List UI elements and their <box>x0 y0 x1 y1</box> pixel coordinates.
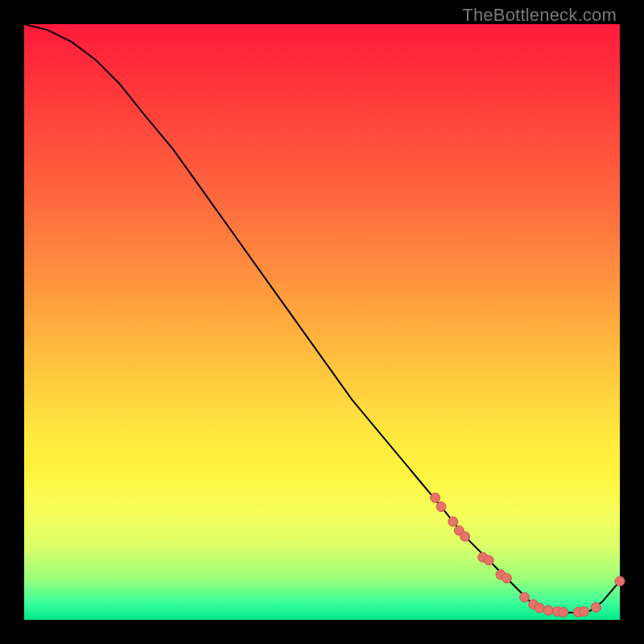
plot-area <box>24 24 620 620</box>
curve-marker <box>484 555 493 565</box>
curve-marker <box>448 517 458 526</box>
curve-marker <box>436 502 446 511</box>
curve-marker <box>535 603 544 613</box>
curve-layer <box>24 24 620 620</box>
curve-marker <box>559 607 568 617</box>
curve-marker <box>580 607 589 617</box>
curve-marker <box>502 573 511 583</box>
chart-stage: TheBottleneck.com <box>0 0 644 644</box>
curve-marker <box>615 576 625 586</box>
watermark-label: TheBottleneck.com <box>462 5 617 26</box>
curve-marker <box>431 493 440 502</box>
curve-marker <box>520 592 530 602</box>
bottleneck-curve-line <box>24 24 620 613</box>
curve-markers <box>431 493 625 617</box>
curve-marker <box>591 603 601 613</box>
curve-marker <box>543 605 553 615</box>
curve-marker <box>460 531 470 541</box>
